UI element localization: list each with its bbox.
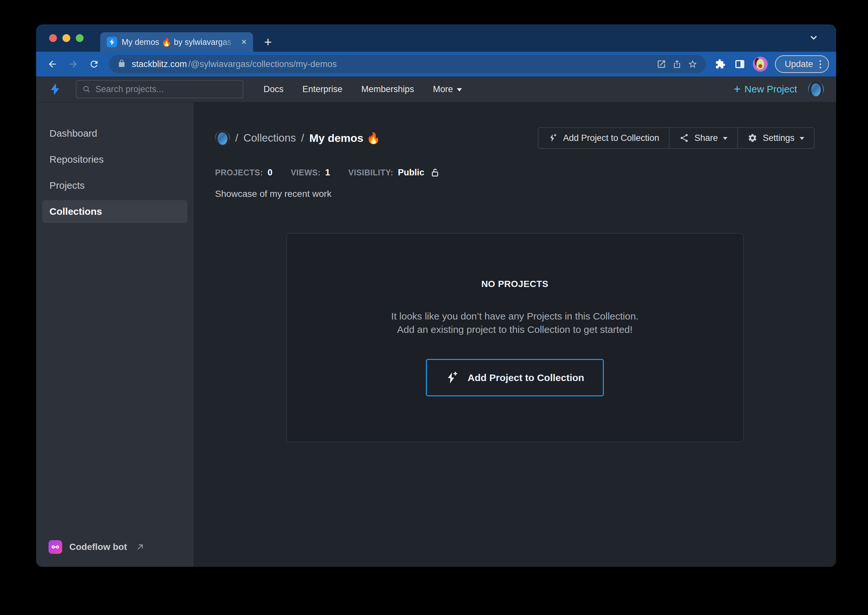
back-button[interactable] bbox=[43, 55, 61, 73]
browser-menu-kebab-icon[interactable] bbox=[820, 60, 821, 68]
sidebar-item-repositories[interactable]: Repositories bbox=[42, 148, 187, 171]
browser-tab[interactable]: My demos 🔥 by sylwiavargas × bbox=[100, 32, 253, 52]
bolt-plus-icon bbox=[446, 371, 459, 385]
codeflow-icon bbox=[48, 540, 62, 554]
close-window-button[interactable] bbox=[49, 34, 57, 42]
caret-down-icon bbox=[457, 88, 462, 91]
tab-search-chevron-icon[interactable] bbox=[809, 33, 818, 44]
breadcrumb: / Collections / My demos 🔥 bbox=[215, 131, 380, 145]
page-title: My demos 🔥 bbox=[309, 131, 380, 145]
forward-button[interactable] bbox=[64, 55, 82, 73]
open-in-new-icon[interactable] bbox=[656, 59, 666, 69]
extensions-puzzle-icon[interactable] bbox=[712, 59, 729, 69]
caret-down-icon bbox=[800, 137, 804, 140]
share-page-icon[interactable] bbox=[672, 59, 682, 69]
codeflow-bot-link[interactable]: Codeflow bot bbox=[48, 540, 145, 554]
reload-button[interactable] bbox=[85, 55, 103, 73]
url-bar[interactable]: stackblitz.com/@sylwiavargas/collections… bbox=[109, 55, 706, 73]
lock-open-icon bbox=[430, 168, 440, 178]
sidebar-item-dashboard[interactable]: Dashboard bbox=[42, 122, 187, 145]
stat-projects: PROJECTS: 0 bbox=[215, 168, 273, 178]
new-project-label: New Project bbox=[744, 84, 797, 95]
bolt-plus-icon bbox=[548, 133, 558, 143]
empty-state-card: NO PROJECTS It looks like you don’t have… bbox=[286, 233, 744, 442]
share-nodes-icon bbox=[679, 133, 689, 143]
stackblitz-logo-icon[interactable] bbox=[48, 83, 61, 96]
window-controls bbox=[49, 34, 84, 42]
collection-description: Showcase of my recent work bbox=[215, 189, 815, 199]
external-link-icon bbox=[136, 543, 145, 551]
gear-icon bbox=[748, 133, 757, 143]
search-box[interactable] bbox=[76, 80, 243, 98]
minimize-window-button[interactable] bbox=[62, 34, 70, 42]
caret-down-icon bbox=[723, 137, 728, 140]
settings-button[interactable]: Settings bbox=[737, 128, 814, 148]
update-label: Update bbox=[785, 59, 813, 69]
sidebar-item-projects[interactable]: Projects bbox=[42, 174, 187, 197]
add-project-to-collection-button[interactable]: Add Project to Collection bbox=[538, 128, 669, 148]
content-area: Dashboard Repositories Projects Collecti… bbox=[36, 103, 836, 567]
nav-more[interactable]: More bbox=[433, 84, 462, 94]
stat-views: VIEWS: 1 bbox=[291, 168, 330, 178]
new-project-button[interactable]: + New Project bbox=[734, 83, 797, 95]
collection-stats: PROJECTS: 0 VIEWS: 1 VISIBILITY: Public bbox=[215, 168, 815, 178]
codeflow-bot-label: Codeflow bot bbox=[69, 542, 127, 552]
collection-actions: Add Project to Collection Share Settings bbox=[538, 127, 815, 149]
url-domain: stackblitz.com bbox=[132, 59, 187, 69]
breadcrumb-separator: / bbox=[301, 132, 304, 144]
breadcrumb-separator: / bbox=[235, 132, 238, 144]
close-tab-icon[interactable]: × bbox=[242, 37, 246, 47]
search-input[interactable] bbox=[95, 84, 237, 94]
nav-enterprise[interactable]: Enterprise bbox=[302, 84, 343, 94]
plus-icon: + bbox=[734, 83, 740, 95]
main-nav: Docs Enterprise Memberships More bbox=[263, 84, 462, 94]
update-button[interactable]: Update bbox=[775, 55, 829, 73]
main-panel: / Collections / My demos 🔥 Add Project t… bbox=[193, 103, 836, 567]
tab-strip: My demos 🔥 by sylwiavargas × + bbox=[36, 24, 836, 52]
nav-docs[interactable]: Docs bbox=[263, 84, 284, 94]
nav-memberships[interactable]: Memberships bbox=[362, 84, 414, 94]
stat-visibility: VISIBILITY: Public bbox=[348, 168, 440, 178]
user-avatar[interactable] bbox=[808, 81, 824, 97]
collection-owner-avatar[interactable] bbox=[215, 131, 230, 145]
zoom-window-button[interactable] bbox=[76, 34, 84, 42]
ssl-lock-icon[interactable] bbox=[117, 59, 126, 69]
chrome-profile-avatar[interactable] bbox=[753, 57, 768, 72]
stackblitz-favicon-icon bbox=[107, 37, 117, 47]
breadcrumb-collections-link[interactable]: Collections bbox=[243, 132, 296, 144]
tab-title: My demos 🔥 by sylwiavargas bbox=[122, 37, 237, 47]
app-header: Docs Enterprise Memberships More + New P… bbox=[36, 76, 836, 103]
sidebar: Dashboard Repositories Projects Collecti… bbox=[36, 103, 193, 567]
browser-window: My demos 🔥 by sylwiavargas × + stackblit… bbox=[36, 24, 836, 567]
bookmark-star-icon[interactable] bbox=[688, 59, 698, 69]
empty-state-title: NO PROJECTS bbox=[481, 279, 548, 289]
share-button[interactable]: Share bbox=[669, 128, 737, 148]
new-tab-button[interactable]: + bbox=[264, 32, 272, 52]
sidebar-item-collections[interactable]: Collections bbox=[42, 200, 187, 223]
url-path: /@sylwiavargas/collections/my-demos bbox=[189, 59, 337, 69]
side-panel-icon[interactable] bbox=[731, 59, 748, 69]
search-icon bbox=[82, 85, 91, 94]
browser-toolbar: stackblitz.com/@sylwiavargas/collections… bbox=[36, 52, 836, 76]
empty-state-message: It looks like you don’t have any Project… bbox=[391, 309, 638, 336]
add-project-to-collection-cta-button[interactable]: Add Project to Collection bbox=[426, 359, 604, 396]
